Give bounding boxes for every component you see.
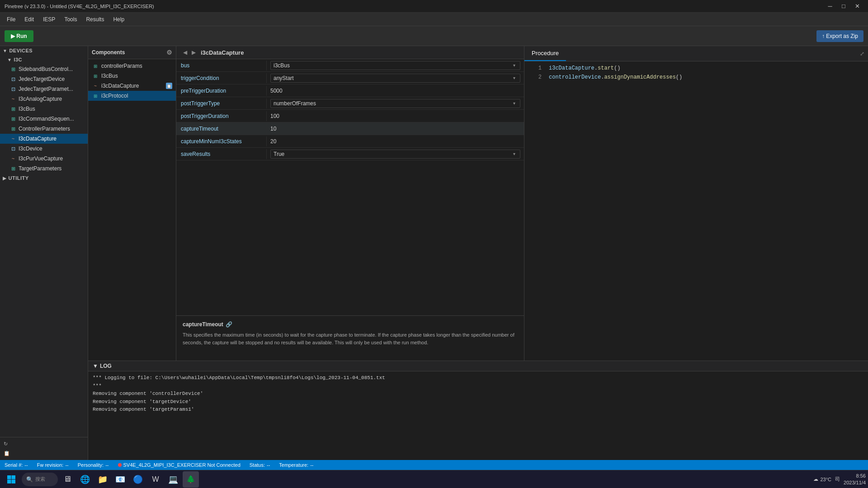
sidebar-item-purvue[interactable]: ~ I3cPurVueCapture [0, 154, 88, 164]
sidebar-item-bus[interactable]: ⊞ I3cBus [0, 104, 88, 114]
serial-label: Serial #: [5, 462, 23, 468]
personality-label: Personality: [78, 462, 104, 468]
code-text-2: controllerDevice.assignDynamicAddresses(… [549, 74, 682, 80]
menu-file[interactable]: File [2, 14, 20, 24]
taskbar-app-pinetree[interactable]: 🌲 [183, 471, 199, 488]
sidebar-item-sideband[interactable]: ⊞ SidebandBusControl... [0, 64, 88, 74]
status-connection: SV4E_4L2G_MIPI_I3C_EXERCISER Not Connect… [118, 462, 241, 468]
nav-fwd-button[interactable]: ▶ [189, 48, 198, 56]
wave-icon: ~ [10, 96, 16, 102]
prop-row-trigger-condition: triggerCondition anyStart ▾ [176, 72, 524, 84]
taskbar-app-explorer[interactable]: 🖥 [59, 471, 75, 488]
minimize-button[interactable]: ─ [824, 2, 836, 11]
taskbar-time-value: 8:56 [844, 473, 866, 479]
prop-value-capture-timeout[interactable] [267, 124, 524, 133]
prop-value-post-trigger-dur[interactable] [267, 112, 524, 121]
start-button[interactable] [2, 471, 20, 488]
fw-label: Fw revision: [37, 462, 64, 468]
export-button[interactable]: ↑ Export as Zip [816, 30, 863, 42]
sidebar-footer-log[interactable]: 📋 [0, 449, 88, 458]
code-obj-2: controllerDevice [549, 74, 601, 80]
taskbar-app-folder[interactable]: 📁 [94, 471, 111, 488]
menu-help[interactable]: Help [108, 14, 129, 24]
grid-icon: ⊞ [92, 92, 99, 99]
serial-value: -- [24, 462, 28, 468]
sidebar-section-utility-label: UTILITY [9, 175, 29, 181]
sidebar-section-utility[interactable]: ▶ UTILITY [0, 174, 88, 183]
taskbar-app-word[interactable]: W [147, 471, 164, 488]
explorer-icon: 🖥 [63, 474, 71, 484]
code-fn-1: start [598, 65, 614, 71]
personality-value: -- [105, 462, 108, 468]
prop-value-capture-min[interactable] [267, 137, 524, 146]
log-line-5: Removing component 'targetParams1' [93, 406, 863, 414]
post-trigger-duration-input[interactable] [270, 113, 520, 119]
tab-procedure[interactable]: Procedure [524, 46, 566, 61]
maximize-button[interactable]: □ [837, 2, 850, 11]
sidebar-item-label: I3cDataCapture [19, 136, 57, 142]
menu-iesp[interactable]: IESP [38, 14, 60, 24]
link-icon: 🔗 [226, 321, 232, 328]
code-obj-1: i3cDataCapture [549, 65, 594, 71]
sidebar-item-command[interactable]: ⊞ I3cCommandSequen... [0, 114, 88, 124]
ie-icon: 🌐 [80, 474, 90, 484]
menu-tools[interactable]: Tools [60, 14, 81, 24]
prop-row-pre-trigger-duration: preTriggerDuration [176, 84, 524, 97]
procedure-tabs: Procedure ⤢ [524, 46, 868, 61]
bottom-section: ▼ LOG *** Logging to file: C:\Users\wuha… [88, 361, 868, 460]
sidebar-item-label: I3cCommandSequen... [19, 116, 74, 122]
sidebar-item-controller-params[interactable]: ⊞ ControllerParameters [0, 124, 88, 134]
capture-min-input[interactable] [270, 138, 520, 145]
taskbar-clock: 8:56 2023/11/4 [844, 473, 866, 486]
wave-icon: ~ [10, 155, 16, 162]
taskbar-app-code[interactable]: 💻 [165, 471, 181, 488]
taskbar-app-ie[interactable]: 🌐 [77, 471, 93, 488]
properties-panel: ◀ ▶ i3cDataCapture bus i3cBus ▾ [176, 46, 524, 361]
menu-results[interactable]: Results [81, 14, 108, 24]
prop-name-post-trigger-type: postTriggerType [176, 99, 267, 108]
sidebar-item-target-params[interactable]: ⊞ TargetParameters [0, 164, 88, 174]
log-header[interactable]: ▼ LOG [88, 361, 868, 371]
component-item-i3c-protocol[interactable]: ⊞ i3cProtocol [88, 91, 176, 101]
sidebar-item-device[interactable]: ⊡ I3cDevice [0, 144, 88, 154]
sidebar-section-devices[interactable]: ▼ DEVICES [0, 46, 88, 55]
prop-value-save-results[interactable]: True ▾ [267, 148, 524, 160]
line-number-1: 1 [528, 65, 542, 71]
prop-value-trigger-condition[interactable]: anyStart ▾ [267, 72, 524, 84]
menu-bar: File Edit IESP Tools Results Help [0, 13, 868, 26]
svg-rect-0 [7, 475, 11, 479]
capture-timeout-input[interactable] [270, 126, 520, 132]
prop-dropdown-post-trigger-text: numberOfFrames [274, 100, 513, 107]
content-area: Components ⚙ ⊞ controllerParams ⊞ I3cBus… [88, 46, 868, 361]
taskbar-tray-icons: 司 [835, 476, 840, 483]
component-item-i3cbus[interactable]: ⊞ I3cBus [88, 71, 176, 81]
pre-trigger-input[interactable] [270, 88, 520, 94]
close-button[interactable]: ✕ [851, 2, 863, 11]
expand-button[interactable]: ⤢ [856, 49, 868, 59]
component-item-label: I3cBus [101, 73, 118, 79]
sidebar-item-jedec-target[interactable]: ⊡ JedecTargetDevice [0, 74, 88, 84]
run-button[interactable]: ▶ Run [5, 30, 33, 42]
menu-edit[interactable]: Edit [20, 14, 38, 24]
nav-back-button[interactable]: ◀ [181, 48, 189, 56]
prop-row-save-results: saveResults True ▾ [176, 148, 524, 160]
component-item-i3c-data-capture[interactable]: ~ i3cDataCapture 📋 [88, 81, 176, 91]
sidebar: ▼ DEVICES ▼ I3C ⊞ SidebandBusControl... … [0, 46, 88, 460]
sidebar-footer-refresh[interactable]: ↻ [0, 439, 88, 449]
sidebar-item-jedec-param[interactable]: ⊡ JedecTargetParamet... [0, 84, 88, 94]
sidebar-item-data-capture[interactable]: ~ I3cDataCapture [0, 134, 88, 144]
sidebar-item-analog[interactable]: ~ I3cAnalogCapture [0, 94, 88, 104]
chevron-down-icon: ▾ [513, 101, 517, 106]
settings-icon[interactable]: ⚙ [166, 49, 172, 56]
sidebar-section-i3c[interactable]: ▼ I3C [0, 55, 88, 64]
description-title-text: captureTimeout [183, 321, 223, 328]
taskbar-app-chrome[interactable]: 🔵 [130, 471, 146, 488]
prop-value-post-trigger-type[interactable]: numberOfFrames ▾ [267, 98, 524, 109]
sidebar-item-label: I3cPurVueCapture [19, 155, 63, 162]
component-item-controller-params[interactable]: ⊞ controllerParams [88, 61, 176, 71]
taskbar-search[interactable]: 🔍 搜索 [22, 473, 58, 486]
prop-value-bus[interactable]: i3cBus ▾ [267, 60, 524, 71]
taskbar-app-mail[interactable]: 📧 [112, 471, 128, 488]
connection-status-text: SV4E_4L2G_MIPI_I3C_EXERCISER Not Connect… [123, 462, 241, 468]
prop-value-pre-trigger[interactable] [267, 86, 524, 95]
